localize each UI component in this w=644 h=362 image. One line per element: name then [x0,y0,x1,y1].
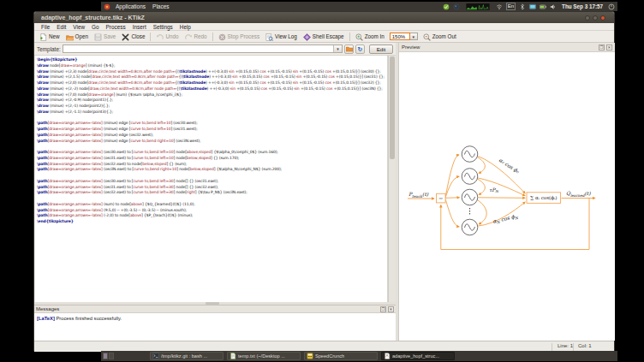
tau-pn-label: τPN [489,187,499,194]
template-reload-button[interactable]: ↻ [355,45,365,54]
minus-node-label: − [438,195,443,202]
template-label: Template: [37,46,61,52]
display-icon[interactable] [529,3,536,10]
taskbar-window-button[interactable]: /tmp/ktikz.git : bash ... [150,352,224,360]
minimize-button[interactable] [585,15,590,21]
save-icon [94,29,102,45]
open-icon [66,29,74,45]
calculator-icon [307,353,313,359]
code-line: \draw (minus) +(2,-0.9) node(point1){.}; [37,98,387,104]
preview-title: Preview [402,45,420,50]
refresh-icon: ↻ [358,46,363,52]
text-editor-icon [230,353,236,359]
code-line: \path[draw=orange,arrows=-latex] (oscilN… [37,167,387,173]
taskbar-window-button[interactable]: temp.txt (~/Desktop ... [227,352,301,360]
workspace-switcher[interactable] [103,353,114,359]
zoom-in-icon [355,29,363,45]
applications-menu[interactable]: Applications [114,2,147,11]
tikz-document-icon [384,353,391,359]
bluetooth-icon[interactable] [519,3,526,10]
power-icon[interactable] [608,2,615,11]
vdots [469,208,470,214]
p-teach-label: Pteach(t) [408,191,429,199]
code-line: \draw (minus) +(2,-2) node[draw,circle,t… [37,86,387,92]
undo-icon [156,29,164,45]
window-title: adaptive_hopf_structure.tikz - KTikZ [41,15,145,21]
title-bar[interactable]: adaptive_hopf_structure.tikz - KTikZ [34,12,614,23]
status-col: Col: 1 [578,343,592,348]
float-panel-icon[interactable]: ❐ [599,45,605,50]
code-line: \path[draw=orange,arrows=-latex] (-2,0) … [37,213,387,219]
taskbar-window-button[interactable]: SpeedCrunch [304,352,378,360]
code-line: \path[draw=orange,arrows=-latex] (9.5,0)… [37,208,387,214]
wifi-icon[interactable] [496,3,503,10]
code-line: \path[draw=orange,arrows=-latex] (sum) t… [37,202,387,208]
alpha0-edge-label: α₀ cos ϕ₀ [498,157,521,175]
stop-icon [218,29,226,45]
bottom-taskbar: /tmp/ktikz.git : bash ...temp.txt (~/Des… [101,351,617,361]
gnome-top-panel: Applications Places En Thu Sep 3 17:57 [101,2,617,11]
ktikz-window: adaptive_hopf_structure.tikz - KTikZ Fil… [33,11,615,351]
code-line: \path[draw=orange,arrows=-latex] (minus)… [37,127,387,133]
latex-status-text: Process finished successfully. [55,316,122,321]
redo-icon [185,29,193,45]
code-line [37,144,387,150]
messages-header: Messages ❐ ✕ [34,305,396,313]
template-combobox[interactable]: ▾ [63,45,343,53]
messages-output: [LaTeX] Process finished successfully. [34,313,396,341]
template-row: Template: ▾ ↻ Edit [34,43,396,56]
code-line: \path[draw=orange,arrows=-latex] (minus)… [37,133,387,139]
code-line: \draw (minus) +(2,1.5) node[draw,circle,… [37,74,387,80]
template-edit-button[interactable]: Edit [369,45,393,54]
places-menu[interactable]: Places [151,2,171,11]
zoom-level-value[interactable]: 150% [390,33,410,40]
code-line: \path[draw=orange,arrows=-latex] (minus)… [37,121,387,127]
code-line: \draw (minus) +(7,0) node[draw=orange] (… [37,92,387,98]
volume-icon[interactable] [550,3,557,10]
sum-node-label: ∑ αᵢ cos(ϕᵢ) [530,195,557,201]
code-line: \path[draw=orange,arrows=-latex] (oscil0… [37,179,387,185]
oscillator-nodes [462,146,478,235]
preview-header: Preview ❐ ✕ [399,43,615,52]
system-monitor-icon[interactable] [463,3,492,10]
battery-icon[interactable] [540,3,546,10]
toolbar: NewOpenSaveCloseUndoRedoStop ProcessView… [34,31,614,43]
code-line: \path[draw=orange,arrows=-latex] (oscil2… [37,190,387,196]
dark-sphere-icon[interactable] [453,3,460,10]
toolbar-separator [212,33,213,41]
code-line: \draw (minus) +(2,-1) node(point2){.}; [37,104,387,110]
maximize-button[interactable] [593,15,598,21]
code-line: \path[draw=orange,arrows=-latex] (oscil1… [37,156,387,162]
code-line: \path[draw=orange,arrows=-latex] (oscil2… [37,162,387,168]
template-open-folder-button[interactable] [344,45,354,54]
code-line [37,196,387,202]
shell-escape-icon [303,29,311,45]
taskbar-window-button[interactable]: adaptive_hopf_struc... [381,352,455,360]
code-line: \draw node[draw=orange] (minus) {$-$}; [37,63,387,69]
new-icon [39,29,47,45]
float-panel-icon[interactable]: ❐ [380,306,386,312]
scrollbar-thumb[interactable] [390,56,395,159]
latex-prefix: [LaTeX] [37,316,55,321]
alphaN-edge-label: αN cos ϕN [492,212,520,225]
template-value [63,45,65,52]
code-line: \begin{tikzpicture} [37,57,387,63]
editor-scrollbar[interactable] [388,56,396,302]
code-line [37,116,387,122]
close-button[interactable] [600,15,605,21]
toolbar-separator [349,33,350,41]
code-editor[interactable]: \begin{tikzpicture}\draw node[draw=orang… [35,56,388,302]
check-badge-icon[interactable] [443,3,450,10]
distro-logo-icon[interactable] [104,2,110,11]
code-line: \draw (minus) +(2,-1.1) node(point3){.}; [37,110,387,116]
q-learned-label: Qlearned(t) [566,190,591,198]
keyboard-layout-icon[interactable]: En [506,3,516,10]
folder-icon [346,45,353,52]
chevron-down-icon[interactable]: ▾ [333,45,342,52]
zoom-level-combobox[interactable]: 150%▾ [390,33,418,40]
desktop: Applications Places En Thu Sep 3 17:57 a… [0,0,644,362]
chevron-down-icon[interactable]: ▾ [410,33,418,40]
panel-clock[interactable]: Thu Sep 3 17:57 [560,3,605,9]
close-panel-icon[interactable]: ✕ [606,45,612,50]
close-panel-icon[interactable]: ✕ [388,306,394,312]
